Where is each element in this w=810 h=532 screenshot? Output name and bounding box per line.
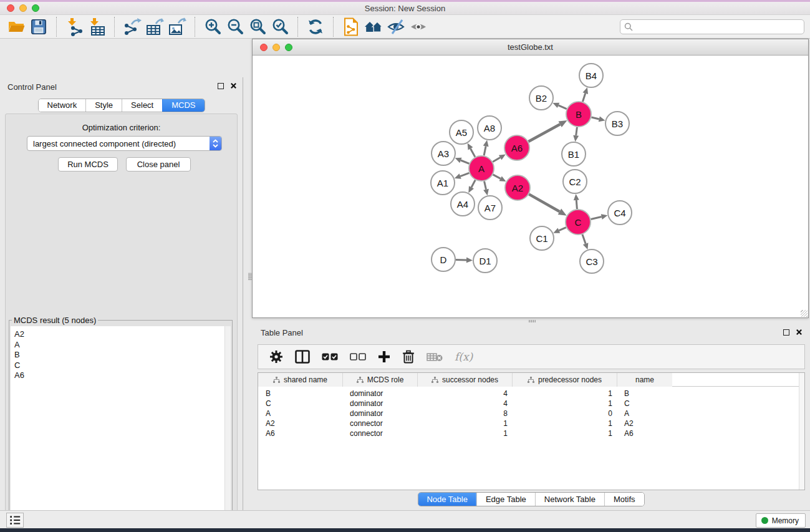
result-item[interactable]: A6 bbox=[14, 370, 231, 381]
window-resize-grip[interactable] bbox=[801, 310, 808, 317]
edge-C-C4[interactable] bbox=[591, 214, 607, 220]
save-session-button[interactable] bbox=[27, 16, 50, 37]
search-input[interactable] bbox=[620, 19, 804, 34]
node-B4[interactable]: B4 bbox=[579, 64, 603, 87]
edge-B-B4[interactable] bbox=[582, 87, 588, 102]
tab-select[interactable]: Select bbox=[122, 99, 162, 112]
node-A3[interactable]: A3 bbox=[432, 142, 455, 165]
tab-mcds[interactable]: MCDS bbox=[162, 99, 204, 112]
edge-B-B1[interactable] bbox=[573, 127, 579, 142]
open-session-button[interactable] bbox=[5, 16, 27, 37]
import-table-button[interactable] bbox=[85, 16, 108, 37]
function-builder-button[interactable]: f(x) bbox=[455, 351, 473, 363]
task-history-button[interactable] bbox=[6, 513, 24, 528]
run-mcds-button[interactable]: Run MCDS bbox=[58, 157, 118, 172]
export-image-button[interactable] bbox=[166, 16, 188, 37]
table-scrollbar[interactable] bbox=[799, 373, 804, 490]
memory-button[interactable]: Memory bbox=[756, 513, 806, 528]
table-row[interactable]: Cdominator41C bbox=[258, 399, 804, 409]
edge-A-A1[interactable] bbox=[455, 173, 470, 178]
tab-network-table[interactable]: Network Table bbox=[535, 493, 604, 506]
edge-A-A2[interactable] bbox=[493, 175, 506, 181]
node-A2[interactable]: A2 bbox=[505, 175, 530, 200]
network-canvas[interactable]: B4B2BB3A5A8A3A6B1AA1C2A2A4A7C4CC1DD1C3 bbox=[253, 56, 808, 317]
tab-network[interactable]: Network bbox=[38, 99, 85, 112]
node-C1[interactable]: C1 bbox=[530, 226, 554, 250]
export-network-button[interactable] bbox=[121, 16, 143, 37]
add-column-button[interactable] bbox=[378, 351, 390, 363]
node-A1[interactable]: A1 bbox=[431, 171, 455, 195]
node-B3[interactable]: B3 bbox=[605, 112, 629, 135]
table-row[interactable]: A6connector11A6 bbox=[258, 428, 804, 438]
refresh-button[interactable] bbox=[304, 16, 327, 37]
node-B[interactable]: B bbox=[566, 102, 591, 127]
close-panel-icon[interactable] bbox=[796, 329, 803, 336]
edge-A-A7[interactable] bbox=[483, 181, 489, 195]
edge-A-A8[interactable] bbox=[483, 140, 489, 156]
node-B1[interactable]: B1 bbox=[562, 142, 586, 166]
column-header-name[interactable]: name bbox=[617, 373, 672, 387]
edge-B-B3[interactable] bbox=[591, 117, 605, 122]
table-row[interactable]: A2connector11A2 bbox=[258, 418, 804, 428]
edge-C-C3[interactable] bbox=[582, 235, 588, 249]
table-row[interactable]: Bdominator41B bbox=[258, 389, 804, 399]
edge-A-A6[interactable] bbox=[493, 155, 506, 162]
home-button[interactable] bbox=[362, 16, 385, 37]
column-header-successor-nodes[interactable]: successor nodes bbox=[417, 373, 512, 387]
result-item[interactable]: A bbox=[14, 340, 231, 351]
node-C[interactable]: C bbox=[566, 210, 591, 235]
node-C2[interactable]: C2 bbox=[563, 170, 587, 193]
column-header-mcds-role[interactable]: MCDS role bbox=[342, 373, 417, 387]
delete-table-button[interactable] bbox=[427, 352, 443, 362]
show-details-button[interactable] bbox=[407, 16, 430, 37]
result-item[interactable]: B bbox=[14, 350, 231, 360]
node-D1[interactable]: D1 bbox=[473, 249, 497, 273]
node-D[interactable]: D bbox=[432, 248, 455, 271]
edge-A2-C[interactable] bbox=[529, 194, 566, 215]
float-panel-icon[interactable] bbox=[783, 329, 789, 336]
edge-D-D1[interactable] bbox=[456, 258, 473, 263]
close-panel-icon[interactable] bbox=[230, 82, 237, 89]
edge-A6-B[interactable] bbox=[528, 120, 567, 142]
zoom-fit-button[interactable] bbox=[246, 16, 269, 37]
tab-node-table[interactable]: Node Table bbox=[418, 493, 476, 506]
deselect-all-columns-button[interactable] bbox=[350, 353, 366, 360]
criterion-dropdown[interactable]: largest connected component (directed) bbox=[27, 136, 222, 151]
edge-C-C1[interactable] bbox=[553, 228, 566, 233]
node-A4[interactable]: A4 bbox=[451, 192, 475, 216]
node-A6[interactable]: A6 bbox=[504, 135, 529, 160]
node-A7[interactable]: A7 bbox=[478, 196, 502, 220]
node-C3[interactable]: C3 bbox=[580, 249, 604, 273]
network-window-titlebar[interactable]: testGlobe.txt bbox=[253, 39, 808, 56]
import-network-button[interactable] bbox=[63, 16, 85, 37]
hide-details-button[interactable] bbox=[385, 16, 407, 37]
node-C4[interactable]: C4 bbox=[608, 201, 632, 225]
edge-A-A3[interactable] bbox=[455, 158, 470, 164]
edge-A-A4[interactable] bbox=[468, 180, 475, 193]
export-table-button[interactable] bbox=[143, 16, 166, 37]
node-A[interactable]: A bbox=[469, 156, 494, 181]
tab-edge-table[interactable]: Edge Table bbox=[476, 493, 535, 506]
zoom-out-button[interactable] bbox=[224, 16, 246, 37]
node-A8[interactable]: A8 bbox=[478, 116, 501, 140]
node-B2[interactable]: B2 bbox=[529, 86, 553, 110]
select-all-columns-button[interactable] bbox=[322, 353, 338, 360]
delete-column-button[interactable] bbox=[402, 350, 415, 364]
table-row[interactable]: Adominator80A bbox=[258, 409, 804, 418]
edge-C-C2[interactable] bbox=[574, 194, 579, 209]
table-options-button[interactable] bbox=[269, 350, 283, 364]
edge-B-B2[interactable] bbox=[552, 103, 566, 109]
network-from-file-button[interactable] bbox=[340, 16, 362, 37]
close-panel-button[interactable]: Close panel bbox=[126, 157, 191, 172]
show-columns-button[interactable] bbox=[295, 350, 310, 364]
result-item[interactable]: C bbox=[14, 360, 231, 371]
edge-A-A5[interactable] bbox=[468, 143, 475, 157]
zoom-selected-button[interactable] bbox=[269, 16, 291, 37]
tab-motifs[interactable]: Motifs bbox=[604, 493, 644, 506]
column-header-predecessor-nodes[interactable]: predecessor nodes bbox=[512, 373, 617, 387]
zoom-in-button[interactable] bbox=[201, 16, 224, 37]
column-header-shared-name[interactable]: shared name bbox=[258, 373, 342, 387]
float-panel-icon[interactable] bbox=[218, 83, 224, 89]
panel-divider-grip[interactable] bbox=[248, 273, 252, 280]
tab-style[interactable]: Style bbox=[85, 99, 122, 112]
